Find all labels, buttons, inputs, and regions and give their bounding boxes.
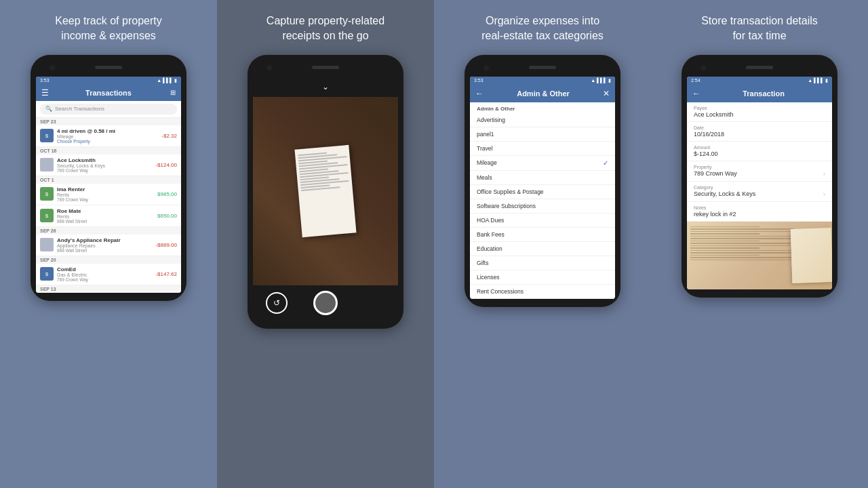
trans-name: ComEd	[57, 266, 152, 272]
status-time-1: 3:53	[40, 78, 50, 83]
field-value-payee: Ace Locksmith	[694, 111, 734, 118]
field-row-date: 10/16/2018	[694, 131, 825, 138]
receipt-detail-line	[690, 228, 794, 230]
trans-name: Ace Locksmith	[57, 157, 152, 163]
receipt-paper	[294, 145, 356, 237]
trans-amount: -$2.32	[161, 133, 177, 139]
camera-capture-button[interactable]	[313, 291, 338, 315]
trans-amount-col: $650.00	[157, 213, 177, 219]
phone-frame-2: ⌄	[248, 55, 403, 329]
panel3-title: Organize expenses into real-estate tax c…	[481, 14, 604, 44]
panel-categories: Organize expenses into real-estate tax c…	[434, 0, 651, 488]
status-time-3: 3:53	[474, 78, 484, 83]
list-item[interactable]: Office Supplies & Postage	[470, 185, 615, 199]
field-label-date: Date	[694, 125, 825, 130]
trans-name: Roe Mate	[57, 208, 154, 214]
field-value-category: Security, Locks & Keys	[694, 190, 755, 197]
wifi-icon: ▲	[591, 78, 595, 83]
table-row[interactable]: $ Roe Mate Rents 888 Wall Street $650.00	[36, 205, 181, 227]
trans-sub: Rents	[57, 192, 154, 197]
menu-item-label: Meals	[477, 174, 492, 181]
categories-header: ← Admin & Other ✕	[470, 85, 615, 102]
receipt-lines	[294, 145, 353, 197]
phone-top-bar-1	[36, 63, 181, 73]
categories-title: Admin & Other	[484, 89, 603, 98]
field-value-amount: $-124.00	[694, 150, 718, 157]
grid-icon[interactable]: ⊞	[170, 89, 176, 96]
trans-sub: Security, Locks & Keys	[57, 163, 152, 168]
list-item[interactable]: Education	[470, 242, 615, 256]
trans-property: 888 Wall Street	[57, 219, 154, 224]
phone-speaker-2	[312, 66, 339, 69]
status-bar-1: 3:53 ▲ ▌▌▌ ▮	[36, 77, 181, 85]
list-item[interactable]: Software Subscriptions	[470, 199, 615, 214]
trans-amount: -$124.00	[155, 162, 177, 168]
date-sep26: SEP 26	[36, 227, 181, 235]
list-item[interactable]: HOA Dues	[470, 214, 615, 228]
receipt-detail-line	[690, 226, 760, 228]
phone-frame-4: 2:54 ▲ ▌▌▌ ▮ ← Transaction Payee Ace Loc…	[682, 55, 837, 298]
list-item[interactable]: Gifts	[470, 256, 615, 270]
trans-amount-col: $985.00	[157, 191, 177, 197]
table-row[interactable]: $ ComEd Gas & Electric 789 Crown Way -$1…	[36, 264, 181, 285]
field-row-amount: $-124.00	[694, 150, 825, 157]
dollar-icon: $	[40, 267, 54, 281]
phone-camera-2	[267, 65, 272, 70]
phone-top-bar-3	[470, 63, 615, 73]
list-item[interactable]: Advertising	[470, 113, 615, 127]
detail-field-property[interactable]: Property 789 Crown Way ›	[687, 161, 832, 182]
list-item[interactable]: Licenses	[470, 270, 615, 285]
field-value-date: 10/16/2018	[694, 131, 724, 138]
status-icons-4: ▲ ▌▌▌ ▮	[808, 78, 828, 83]
menu-item-label: Bank Fees	[477, 231, 505, 238]
list-item-mileage[interactable]: Mileage ✓	[470, 156, 615, 171]
trans-details: Ace Locksmith Security, Locks & Keys 789…	[57, 157, 152, 173]
trans-name: Ima Renter	[57, 186, 154, 192]
close-icon[interactable]: ✕	[603, 89, 610, 98]
menu-section-header: Admin & Other	[470, 102, 615, 113]
receipt-detail-line	[690, 250, 794, 251]
list-item[interactable]: Rent Concessions	[470, 285, 615, 299]
search-input[interactable]: 🔍 Search Transactions	[40, 104, 177, 115]
menu-item-label: Travel	[477, 145, 492, 152]
trans-property: 888 Wall Street	[57, 248, 152, 253]
wifi-icon: ▲	[808, 78, 812, 83]
detail-field-category[interactable]: Category Security, Locks & Keys ›	[687, 182, 832, 202]
date-sep23: SEP 23	[36, 118, 181, 125]
receipt-detail-line	[690, 236, 794, 237]
table-row[interactable]: $ Ima Renter Rents 789 Crown Way $985.00	[36, 184, 181, 205]
trans-sub: Rents	[57, 214, 154, 219]
field-value-property: 789 Crown Way	[694, 170, 737, 177]
field-label-amount: Amount	[694, 145, 825, 150]
list-item[interactable]: Meals	[470, 171, 615, 185]
field-label-notes: Notes	[694, 205, 825, 210]
camera-rotate-icon[interactable]: ↺	[266, 292, 288, 314]
field-label-property: Property	[694, 165, 825, 169]
menu-item-label: Office Supplies & Postage	[477, 188, 544, 195]
table-row[interactable]: Andy's Appliance Repair Appliance Repair…	[36, 235, 181, 256]
trans-amount-col: -$124.00	[155, 162, 177, 168]
menu-icon[interactable]: ☰	[41, 88, 49, 98]
trans-sub: Appliance Repairs	[57, 243, 152, 248]
phone-speaker-1	[95, 66, 122, 69]
list-item[interactable]: Travel	[470, 142, 615, 156]
phone-top-bar-2	[253, 63, 398, 73]
menu-item-label: Software Subscriptions	[477, 203, 536, 209]
camera-view: ⌄	[253, 77, 398, 321]
trans-amount-col: -$2.32	[161, 133, 177, 139]
table-row[interactable]: Ace Locksmith Security, Locks & Keys 789…	[36, 155, 181, 176]
back-icon[interactable]: ←	[475, 89, 484, 98]
receipt-image	[687, 222, 832, 289]
signal-icon: ▌▌▌	[814, 78, 824, 83]
battery-icon: ▮	[174, 78, 177, 83]
back-icon[interactable]: ←	[692, 89, 701, 98]
trans-amount: -$889.00	[155, 242, 177, 248]
transactions-title: Transactions	[85, 89, 132, 97]
list-item[interactable]: Bank Fees	[470, 228, 615, 242]
field-value-notes: rekey lock in #2	[694, 211, 736, 218]
table-row[interactable]: $ 4 mi driven @ 0.58 / mi Mileage Choose…	[36, 125, 181, 147]
list-item[interactable]: panel1	[470, 127, 615, 142]
choose-property-btn[interactable]: Choose Property	[57, 139, 158, 144]
date-sep20: SEP 20	[36, 256, 181, 264]
detail-field-amount: Amount $-124.00	[687, 142, 832, 161]
